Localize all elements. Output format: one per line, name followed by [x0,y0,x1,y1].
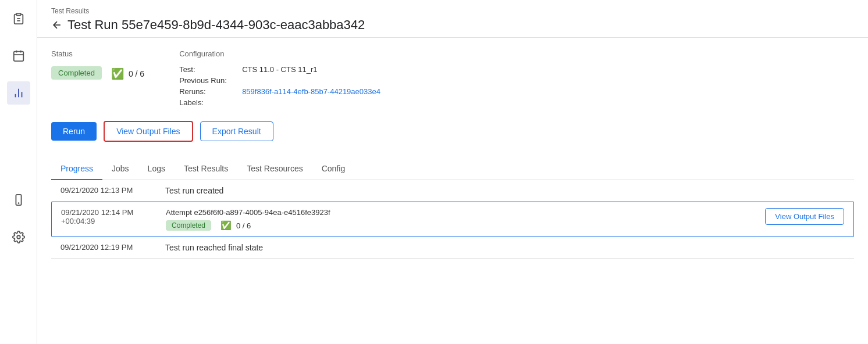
score-value: 0 / 6 [129,69,144,78]
reruns-key: Reruns: [179,87,237,96]
attempt-content: Attempt e256f6f0-a897-4005-94ea-e4516fe3… [166,208,765,231]
sidebar-item-calendar[interactable] [7,44,30,67]
attempt-score: 0 / 6 [236,221,251,230]
tab-test-resources[interactable]: Test Resources [237,158,312,180]
back-button[interactable] [51,19,63,31]
status-block: Status Completed ✅ 0 / 6 [51,49,144,107]
tab-progress[interactable]: Progress [51,158,102,180]
reruns-link[interactable]: 859f836f-a114-4efb-85b7-44219ae033e4 [242,87,380,96]
row3-time: 09/21/2020 12:19 PM [61,243,165,252]
action-buttons: Rerun View Output Files Export Result [51,121,854,142]
svg-rect-3 [13,52,23,62]
tab-jobs[interactable]: Jobs [102,158,138,180]
status-label: Status [51,49,144,58]
progress-row-attempt: 09/21/2020 12:14 PM +00:04:39 Attempt e2… [51,202,854,237]
labels-key: Labels: [179,98,237,107]
attempt-view-output-button[interactable]: View Output Files [765,208,844,225]
attempt-check-icon: ✅ [220,220,232,231]
row1-message: Test run created [165,186,845,195]
row1-time: 09/21/2020 12:13 PM [61,186,165,195]
previous-run-value [242,76,380,85]
attempt-actions: View Output Files [765,208,844,231]
attempt-time-main: 09/21/2020 12:14 PM [61,208,166,217]
svg-rect-0 [16,13,20,16]
sidebar-item-settings[interactable] [7,225,30,249]
tab-config[interactable]: Config [312,158,354,180]
sidebar-item-device[interactable] [7,188,30,212]
sidebar-item-chart[interactable] [7,81,30,105]
export-result-button[interactable]: Export Result [200,121,273,141]
main-content: Test Results Test Run 55e7e459-8b9d-4344… [37,0,868,344]
view-output-button[interactable]: View Output Files [104,121,193,142]
attempt-time: 09/21/2020 12:14 PM +00:04:39 [61,208,166,231]
test-key: Test: [179,65,237,74]
svg-point-12 [17,235,20,239]
info-section: Status Completed ✅ 0 / 6 Configuration T… [51,49,854,107]
tabs-bar: Progress Jobs Logs Test Results Test Res… [51,158,854,180]
previous-run-key: Previous Run: [179,76,237,85]
tab-test-results[interactable]: Test Results [175,158,237,180]
status-badge: Completed [51,66,102,80]
content-area: Status Completed ✅ 0 / 6 Configuration T… [37,38,868,344]
rerun-button[interactable]: Rerun [51,122,97,141]
tab-logs[interactable]: Logs [138,158,175,180]
sidebar [0,0,37,344]
attempt-status-row: Completed ✅ 0 / 6 [166,220,765,231]
config-block: Configuration Test: CTS 11.0 - CTS 11_r1… [179,49,380,107]
config-grid: Test: CTS 11.0 - CTS 11_r1 Previous Run:… [179,65,380,107]
check-circle-icon: ✅ [111,67,124,80]
config-label: Configuration [179,49,380,58]
labels-value [242,98,380,107]
attempt-badge: Completed [166,220,211,231]
progress-row-1: 09/21/2020 12:13 PM Test run created [51,180,854,202]
sidebar-item-clipboard[interactable] [7,7,30,30]
row3-message: Test run reached final state [165,243,845,252]
score-row: ✅ 0 / 6 [111,67,144,80]
attempt-title: Attempt e256f6f0-a897-4005-94ea-e4516fe3… [166,208,765,217]
header: Test Results Test Run 55e7e459-8b9d-4344… [37,0,868,38]
page-title: Test Run 55e7e459-8b9d-4344-903c-eaac3ab… [67,17,365,33]
attempt-time-extra: +00:04:39 [61,217,166,225]
progress-row-3: 09/21/2020 12:19 PM Test run reached fin… [51,237,854,259]
test-value: CTS 11.0 - CTS 11_r1 [242,65,380,74]
breadcrumb: Test Results [51,7,854,15]
progress-table: 09/21/2020 12:13 PM Test run created 09/… [51,180,854,259]
